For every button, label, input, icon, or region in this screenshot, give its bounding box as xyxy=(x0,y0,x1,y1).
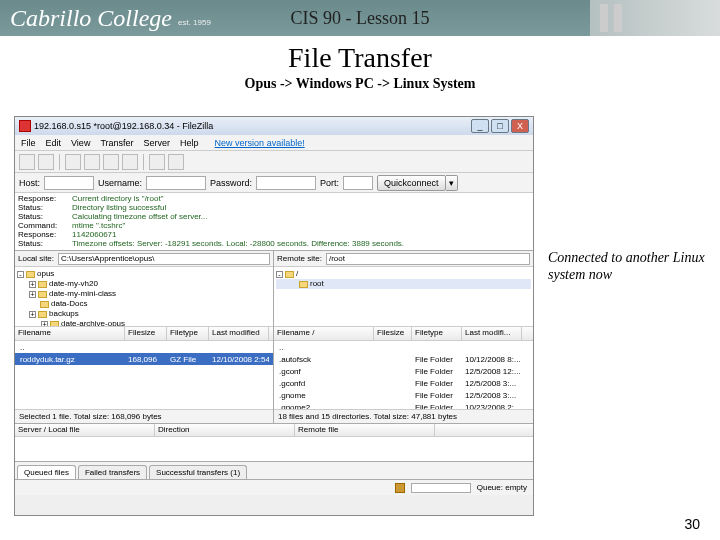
column-header[interactable]: Filename / xyxy=(274,327,374,340)
local-path-input[interactable] xyxy=(58,253,270,265)
expand-icon[interactable]: - xyxy=(276,271,283,278)
menu-item[interactable]: Transfer xyxy=(100,138,133,148)
log-text: mtime ".tcshrc" xyxy=(72,221,125,230)
toolbar-button[interactable] xyxy=(168,154,184,170)
remote-file-list[interactable]: ...autofsckFile Folder10/12/2008 8:....g… xyxy=(274,341,533,409)
username-input[interactable] xyxy=(146,176,206,190)
log-text: Calculating timezone offset of server... xyxy=(72,212,207,221)
toolbar-button[interactable] xyxy=(19,154,35,170)
column-header[interactable]: Filesize xyxy=(374,327,412,340)
annotation-text: Connected to another Linux system now xyxy=(548,250,708,284)
separator xyxy=(143,154,144,170)
header-photo xyxy=(590,0,720,36)
remote-pane: Remote site: - / root Filename /Filesize… xyxy=(274,251,533,423)
queue-tab[interactable]: Successful transfers (1) xyxy=(149,465,247,479)
window-title: 192.168.0.s15 *root@192.168.0.34 - FileZ… xyxy=(34,121,213,131)
list-item[interactable]: roddyduk.tar.gz168,096GZ File12/10/2008 … xyxy=(15,353,273,365)
folder-icon xyxy=(40,301,49,308)
quickconnect-button[interactable]: Quickconnect xyxy=(377,175,446,191)
tree-node[interactable]: + date-archive-opus xyxy=(17,319,271,327)
local-site-label: Local site: xyxy=(18,254,54,263)
toolbar-button[interactable] xyxy=(38,154,54,170)
folder-icon xyxy=(285,271,294,278)
folder-icon xyxy=(38,291,47,298)
folder-icon xyxy=(26,271,35,278)
app-icon xyxy=(19,120,31,132)
queue-body[interactable] xyxy=(15,437,533,461)
column-header[interactable]: Filesize xyxy=(125,327,167,340)
list-item[interactable]: .. xyxy=(15,341,273,353)
toolbar xyxy=(15,151,533,173)
expand-icon[interactable]: + xyxy=(29,291,36,298)
local-list-header[interactable]: FilenameFilesizeFiletypeLast modified xyxy=(15,327,273,341)
remote-path-input[interactable] xyxy=(326,253,530,265)
toolbar-button[interactable] xyxy=(149,154,165,170)
page-subtitle: Opus -> Windows PC -> Linux System xyxy=(0,76,720,92)
list-item[interactable]: .gconfFile Folder12/5/2008 12:... xyxy=(274,365,533,377)
menu-item[interactable]: Server xyxy=(144,138,171,148)
log-label: Status: xyxy=(18,203,68,212)
remote-tree[interactable]: - / root xyxy=(274,267,533,327)
port-input[interactable] xyxy=(343,176,373,190)
log-label: Command: xyxy=(18,221,68,230)
tree-node[interactable]: + date-my-vh20 xyxy=(17,279,271,289)
column-header[interactable]: Last modifi... xyxy=(462,327,522,340)
menu-item[interactable]: Edit xyxy=(46,138,62,148)
queue-tab[interactable]: Failed transfers xyxy=(78,465,147,479)
password-input[interactable] xyxy=(256,176,316,190)
column-header[interactable]: Filetype xyxy=(412,327,462,340)
menu-bar: FileEditViewTransferServerHelpNew versio… xyxy=(15,135,533,151)
folder-icon xyxy=(38,311,47,318)
menu-item[interactable]: File xyxy=(21,138,36,148)
expand-icon[interactable]: - xyxy=(17,271,24,278)
list-item[interactable]: .gconfdFile Folder12/5/2008 3:... xyxy=(274,377,533,389)
tree-node[interactable]: + date-my-mini-class xyxy=(17,289,271,299)
queue-header[interactable]: Server / Local fileDirectionRemote file xyxy=(15,423,533,437)
queue-tab[interactable]: Queued files xyxy=(17,465,76,479)
titlebar[interactable]: 192.168.0.s15 *root@192.168.0.34 - FileZ… xyxy=(15,117,533,135)
menu-item[interactable]: New version available! xyxy=(215,138,305,148)
remote-list-header[interactable]: Filename /FilesizeFiletypeLast modifi... xyxy=(274,327,533,341)
column-header[interactable]: Direction xyxy=(155,424,295,436)
column-header[interactable]: Last modified xyxy=(209,327,269,340)
list-item[interactable]: .. xyxy=(274,341,533,353)
tree-node[interactable]: - / xyxy=(276,269,531,279)
page-title: File Transfer xyxy=(0,42,720,74)
list-item[interactable]: .gnomeFile Folder12/5/2008 3:... xyxy=(274,389,533,401)
column-header[interactable]: Server / Local file xyxy=(15,424,155,436)
toolbar-button[interactable] xyxy=(122,154,138,170)
toolbar-button[interactable] xyxy=(65,154,81,170)
tree-label: root xyxy=(310,279,324,289)
minimize-button[interactable]: _ xyxy=(471,119,489,133)
tree-node[interactable]: data-Docs xyxy=(17,299,271,309)
menu-item[interactable]: View xyxy=(71,138,90,148)
expand-icon[interactable]: + xyxy=(29,311,36,318)
tree-node[interactable]: - opus xyxy=(17,269,271,279)
expand-icon[interactable]: + xyxy=(29,281,36,288)
port-label: Port: xyxy=(320,178,339,188)
local-pane: Local site: - opus+ date-my-vh20+ date-m… xyxy=(15,251,274,423)
list-item[interactable]: .gnome2File Folder10/23/2008 2:... xyxy=(274,401,533,409)
column-header[interactable]: Remote file xyxy=(295,424,435,436)
log-label: Status: xyxy=(18,212,68,221)
column-header[interactable]: Filename xyxy=(15,327,125,340)
host-input[interactable] xyxy=(44,176,94,190)
maximize-button[interactable]: □ xyxy=(491,119,509,133)
tree-node[interactable]: + backups xyxy=(17,309,271,319)
local-file-list[interactable]: ..roddyduk.tar.gz168,096GZ File12/10/200… xyxy=(15,341,273,409)
folder-icon xyxy=(38,281,47,288)
toolbar-button[interactable] xyxy=(103,154,119,170)
column-header[interactable]: Filetype xyxy=(167,327,209,340)
close-button[interactable]: X xyxy=(511,119,529,133)
menu-item[interactable]: Help xyxy=(180,138,199,148)
quickconnect-dropdown[interactable]: ▾ xyxy=(446,175,458,191)
remote-status: 18 files and 15 directories. Total size:… xyxy=(274,409,533,423)
log-label: Status: xyxy=(18,239,68,248)
toolbar-button[interactable] xyxy=(84,154,100,170)
message-log[interactable]: Response:Current directory is "/root"Sta… xyxy=(15,193,533,251)
log-text: Current directory is "/root" xyxy=(72,194,163,203)
local-tree[interactable]: - opus+ date-my-vh20+ date-my-mini-class… xyxy=(15,267,273,327)
page-number: 30 xyxy=(684,516,700,532)
tree-node[interactable]: root xyxy=(276,279,531,289)
list-item[interactable]: .autofsckFile Folder10/12/2008 8:... xyxy=(274,353,533,365)
